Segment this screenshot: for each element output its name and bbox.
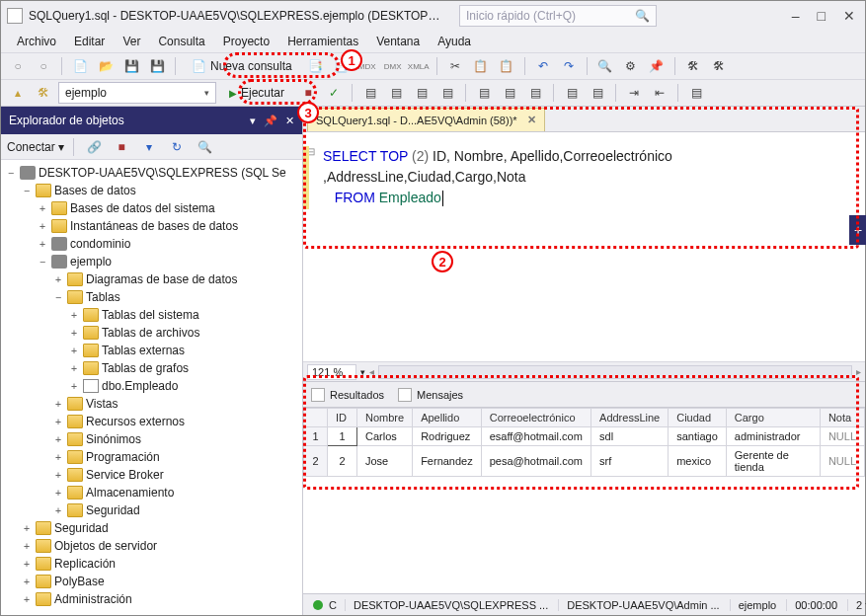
tree-dbo-empleado[interactable]: dbo.Empleado	[102, 379, 178, 393]
stop-icon[interactable]: ■	[297, 82, 319, 104]
tool-icon-5[interactable]: 🛠	[708, 55, 730, 77]
copy-icon[interactable]: 📋	[470, 55, 492, 77]
tree-security[interactable]: Seguridad	[86, 503, 140, 517]
paste-icon[interactable]: 📋	[496, 55, 517, 77]
menu-consulta[interactable]: Consulta	[150, 33, 212, 50]
menu-archivo[interactable]: Archivo	[9, 33, 64, 50]
tab-close-icon[interactable]: ✕	[527, 114, 536, 126]
tree-polybase[interactable]: PolyBase	[54, 575, 105, 588]
use-db-icon[interactable]: ▴	[7, 82, 29, 104]
cut-icon[interactable]: ✂	[444, 55, 466, 77]
outdent-icon[interactable]: ⇤	[649, 82, 670, 104]
results-text-icon[interactable]: ▤	[499, 82, 520, 104]
parse-icon[interactable]: ✓	[323, 82, 345, 104]
tool-icon-3[interactable]: 📌	[646, 55, 668, 77]
xe-icon[interactable]: 📑	[331, 55, 353, 77]
search2-icon[interactable]: 🔍	[194, 136, 215, 158]
editor-tab[interactable]: SQLQuery1.sql - D...AE5VQ\Admin (58))* ✕	[307, 108, 545, 131]
specify-values-icon[interactable]: ▤	[685, 82, 707, 104]
uncomment-icon[interactable]: ▤	[587, 82, 608, 104]
save-icon[interactable]: 💾	[120, 55, 142, 77]
tree-synonyms[interactable]: Sinónimos	[86, 432, 141, 446]
mdx-icon[interactable]: MDX	[356, 55, 378, 77]
plan-icon[interactable]: ▤	[359, 82, 381, 104]
explorer-close-icon[interactable]: ✕	[285, 115, 294, 127]
results-file-icon[interactable]: ▤	[524, 82, 546, 104]
new-project-icon[interactable]: 📄	[69, 55, 91, 77]
col-nombre[interactable]: Nombre	[357, 409, 413, 427]
menu-editar[interactable]: Editar	[66, 33, 113, 50]
disconnect-icon[interactable]: 🔗	[83, 136, 105, 158]
tree-server-objects[interactable]: Objetos de servidor	[54, 539, 157, 553]
nav-fwd-icon[interactable]: ○	[33, 55, 54, 77]
tree-graphtables[interactable]: Tablas de grafos	[102, 361, 189, 375]
tree-programmability[interactable]: Programación	[86, 450, 160, 464]
explorer-dropdown-icon[interactable]: ▾	[250, 115, 256, 127]
connect-button[interactable]: Conectar ▾	[7, 140, 64, 154]
tree-storage[interactable]: Almacenamiento	[86, 486, 174, 500]
tree-server-security[interactable]: Seguridad	[54, 521, 109, 535]
zoom-dropdown-icon[interactable]: ▾	[360, 367, 365, 377]
tree-diagrams[interactable]: Diagramas de base de datos	[86, 272, 237, 286]
zoom-level[interactable]: 121 %	[307, 364, 356, 380]
col-ciudad[interactable]: Ciudad	[669, 409, 727, 427]
tree-filetables[interactable]: Tablas de archivos	[102, 326, 199, 340]
menu-ayuda[interactable]: Ayuda	[430, 33, 479, 50]
stop2-icon[interactable]: ■	[111, 136, 132, 158]
sql-editor[interactable]: ⊟ SELECT TOP (2) ID, Nombre, Apellido,Co…	[303, 132, 865, 361]
indent-icon[interactable]: ⇥	[623, 82, 645, 104]
database-dropdown[interactable]: ejemplo▾	[58, 82, 216, 104]
tree-replication[interactable]: Replicación	[54, 557, 116, 571]
tree-extresources[interactable]: Recursos externos	[86, 415, 185, 428]
open-icon[interactable]: 📂	[95, 55, 117, 77]
undo-icon[interactable]: ↶	[532, 55, 554, 77]
h-scrollbar[interactable]	[378, 365, 852, 379]
col-apellido[interactable]: Apellido	[413, 409, 482, 427]
client-stats-icon[interactable]: ▤	[436, 82, 458, 104]
side-tab-handle[interactable]	[849, 215, 866, 245]
tree-sysdb[interactable]: Bases de datos del sistema	[70, 201, 215, 215]
tree-exttables[interactable]: Tablas externas	[102, 344, 185, 357]
tree-databases[interactable]: Bases de datos	[54, 184, 136, 197]
col-cargo[interactable]: Cargo	[726, 409, 820, 427]
messages-tab[interactable]: Mensajes	[398, 388, 463, 402]
menu-ventana[interactable]: Ventana	[368, 33, 428, 50]
results-grid[interactable]: ID Nombre Apellido Correoelectrónico Add…	[303, 408, 865, 477]
refresh-icon[interactable]: ↻	[166, 136, 188, 158]
menu-proyecto[interactable]: Proyecto	[215, 33, 277, 50]
menu-ver[interactable]: Ver	[115, 33, 148, 50]
col-correo[interactable]: Correoelectrónico	[481, 409, 590, 427]
close-icon[interactable]: ✕	[843, 8, 855, 24]
maximize-icon[interactable]: □	[818, 8, 826, 24]
col-address[interactable]: AddressLine	[591, 409, 669, 427]
tree-views[interactable]: Vistas	[86, 397, 118, 411]
results-grid-icon[interactable]: ▤	[473, 82, 495, 104]
table-row[interactable]: 2 2 Jose Fernandez pesa@hotmail.com srf …	[304, 446, 865, 477]
tree-ejemplo[interactable]: ejemplo	[70, 255, 112, 269]
nav-back-icon[interactable]: ○	[7, 55, 29, 77]
live-stats-icon[interactable]: ▤	[411, 82, 433, 104]
tree-service-broker[interactable]: Service Broker	[86, 468, 164, 482]
filter-icon[interactable]: ▾	[138, 136, 160, 158]
col-id[interactable]: ID	[328, 409, 357, 427]
actual-plan-icon[interactable]: ▤	[385, 82, 407, 104]
change-conn-icon[interactable]: 🛠	[33, 82, 54, 104]
xmla-icon[interactable]: XMLA	[408, 55, 430, 77]
execute-button[interactable]: ▶ Ejecutar	[220, 82, 293, 104]
tree-server[interactable]: DESKTOP-UAAE5VQ\SQLEXPRESS (SQL Se	[39, 166, 286, 180]
comment-icon[interactable]: ▤	[561, 82, 583, 104]
pin-icon[interactable]: 📌	[264, 115, 277, 127]
db-query-icon[interactable]: 📑	[305, 55, 327, 77]
tree-administration[interactable]: Administración	[54, 592, 132, 606]
tree-tables[interactable]: Tablas	[86, 290, 120, 304]
redo-icon[interactable]: ↷	[558, 55, 580, 77]
tree-condominio[interactable]: condominio	[70, 237, 130, 251]
tree-snapshots[interactable]: Instantáneas de bases de datos	[70, 219, 238, 233]
tree-systables[interactable]: Tablas del sistema	[102, 308, 199, 322]
menu-herramientas[interactable]: Herramientas	[279, 33, 366, 50]
object-tree[interactable]: −DESKTOP-UAAE5VQ\SQLEXPRESS (SQL Se −Bas…	[1, 160, 302, 615]
tool-icon-1[interactable]: 🔍	[594, 55, 616, 77]
table-row[interactable]: 1 1 Carlos Rodriguez esaff@hotmail.com s…	[304, 427, 865, 446]
save-all-icon[interactable]: 💾	[146, 55, 168, 77]
col-nota[interactable]: Nota	[820, 409, 864, 427]
